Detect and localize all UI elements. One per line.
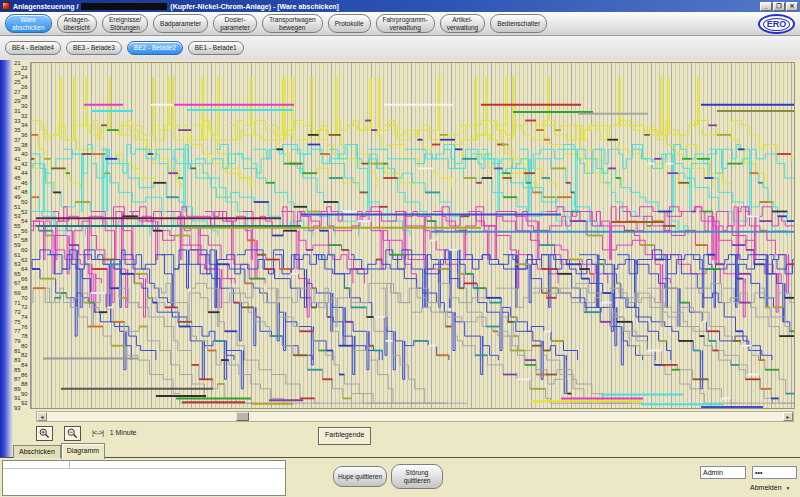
toolbar-button-bedienschalter[interactable]: Bedienschalter <box>490 14 547 33</box>
toolbar-button-dosierparameter[interactable]: Dosier-parameter <box>213 14 257 33</box>
toolbar-button-fahrprogramm[interactable]: Fahrprogramm-verwaltung <box>376 14 435 33</box>
y-tick-33: 33 <box>14 118 21 124</box>
left-accent-bar <box>0 60 13 497</box>
toolbar-button-protokolle[interactable]: Protokolle <box>328 14 371 33</box>
station-tab-be1[interactable]: BE1 - Belade1 <box>188 41 244 55</box>
y-tick-41: 41 <box>14 156 21 162</box>
y-tick-49: 49 <box>14 194 21 200</box>
y-tick-52: 52 <box>21 209 28 215</box>
view-tab-abschicken[interactable]: Abschicken <box>13 445 61 458</box>
y-tick-65: 65 <box>14 271 21 277</box>
restore-icon[interactable]: ❐ <box>773 2 785 11</box>
hupe-quittieren-button[interactable]: Hupe quittieren <box>333 466 387 487</box>
toolbar-button-transportwagen[interactable]: Transportwagenbewegen <box>262 14 323 33</box>
y-tick-76: 76 <box>21 324 28 330</box>
toolbar-buttons: WareabschickenAnlagen-übersichtEreigniss… <box>5 14 547 33</box>
close-icon[interactable]: ✕ <box>786 2 798 11</box>
y-tick-46: 46 <box>21 180 28 186</box>
hoist-diagram-plot[interactable] <box>30 62 795 409</box>
y-tick-86: 86 <box>21 372 28 378</box>
ero-logo-text: ERO <box>763 18 791 31</box>
y-tick-88: 88 <box>21 381 28 387</box>
hupe-quittieren-label: Hupe quittieren <box>338 473 382 481</box>
y-tick-36: 36 <box>21 132 28 138</box>
y-tick-25: 25 <box>14 79 21 85</box>
y-tick-23: 23 <box>14 70 21 76</box>
username-field[interactable] <box>700 466 746 479</box>
toolbar-button-artikel[interactable]: Artikel-verwaltung <box>440 14 485 33</box>
redacted-plant-name <box>81 3 167 10</box>
y-tick-64: 64 <box>21 266 28 272</box>
y-tick-39: 39 <box>14 146 21 152</box>
logout-control[interactable]: Abmelden ▼ <box>750 484 790 491</box>
y-tick-84: 84 <box>21 362 28 368</box>
time-scrollbar[interactable]: ◄ ► <box>36 411 794 422</box>
station-tab-be2[interactable]: BE2 - Belade2 <box>127 41 183 55</box>
color-legend-button[interactable]: Farblegende <box>318 427 371 445</box>
y-tick-31: 31 <box>14 108 21 114</box>
y-tick-92: 92 <box>21 400 28 406</box>
y-tick-29: 29 <box>14 98 21 104</box>
y-tick-47: 47 <box>14 185 21 191</box>
y-tick-80: 80 <box>21 343 28 349</box>
y-tick-68: 68 <box>21 285 28 291</box>
y-tick-30: 30 <box>21 103 28 109</box>
y-tick-22: 22 <box>21 65 28 71</box>
toolbar-button-badparameter[interactable]: Badparameter <box>153 14 208 33</box>
view-tab-diagramm[interactable]: Diagramm <box>61 443 105 459</box>
station-tab-be4[interactable]: BE4 - Belade4 <box>5 41 61 55</box>
y-tick-54: 54 <box>21 218 28 224</box>
toolbar-button-anlagenuebersicht[interactable]: Anlagen-übersicht <box>57 14 97 33</box>
y-tick-42: 42 <box>21 161 28 167</box>
y-tick-38: 38 <box>21 142 28 148</box>
y-tick-27: 27 <box>14 89 21 95</box>
y-tick-77: 77 <box>14 328 21 334</box>
app-icon <box>2 2 10 10</box>
trace-canvas <box>31 63 794 408</box>
zoom-out-icon <box>67 428 78 439</box>
dispatch-list[interactable] <box>2 460 286 496</box>
title-bar: Anlagensteuerung / (Kupfer-Nickel-Chrom-… <box>0 0 800 12</box>
y-tick-78: 78 <box>21 333 28 339</box>
y-tick-43: 43 <box>14 165 21 171</box>
span-icon: |<->| <box>92 429 104 436</box>
y-tick-85: 85 <box>14 367 21 373</box>
y-tick-59: 59 <box>14 242 21 248</box>
y-tick-75: 75 <box>14 319 21 325</box>
stoerung-quittieren-button[interactable]: Störungquittieren <box>391 464 443 489</box>
y-tick-63: 63 <box>14 261 21 267</box>
y-tick-48: 48 <box>21 189 28 195</box>
y-tick-74: 74 <box>21 314 28 320</box>
station-tab-row: BE4 - Belade4BE3 - Belade3BE2 - Belade2B… <box>0 36 800 60</box>
password-field[interactable] <box>752 466 797 479</box>
y-axis-labels: 2122232425262728293031323334353637383940… <box>14 62 30 407</box>
zoom-in-button[interactable] <box>36 426 53 441</box>
scrollbar-thumb[interactable] <box>236 412 249 421</box>
y-tick-70: 70 <box>21 295 28 301</box>
scroll-left-icon[interactable]: ◄ <box>37 412 47 421</box>
y-tick-53: 53 <box>14 213 21 219</box>
y-tick-28: 28 <box>21 94 28 100</box>
y-tick-87: 87 <box>14 376 21 382</box>
minimize-icon[interactable]: _ <box>760 2 772 11</box>
zoom-out-button[interactable] <box>64 426 81 441</box>
y-tick-55: 55 <box>14 223 21 229</box>
y-tick-45: 45 <box>14 175 21 181</box>
y-tick-83: 83 <box>14 357 21 363</box>
dispatch-list-header <box>3 461 285 469</box>
toolbar-button-ware-abschicken[interactable]: Wareabschicken <box>5 14 52 33</box>
y-tick-93: 93 <box>14 405 21 411</box>
y-tick-56: 56 <box>21 228 28 234</box>
toolbar-button-ereignisse[interactable]: Ereignisse/Störungen <box>102 14 148 33</box>
station-tab-be3[interactable]: BE3 - Belade3 <box>66 41 122 55</box>
y-tick-34: 34 <box>21 122 28 128</box>
scroll-right-icon[interactable]: ► <box>783 412 793 421</box>
y-tick-67: 67 <box>14 280 21 286</box>
y-tick-44: 44 <box>21 170 28 176</box>
y-tick-32: 32 <box>21 113 28 119</box>
diagram-page: 2122232425262728293031323334353637383940… <box>0 60 800 497</box>
y-tick-50: 50 <box>21 199 28 205</box>
station-tabs: BE4 - Belade4BE3 - Belade3BE2 - Belade2B… <box>5 41 244 55</box>
y-tick-71: 71 <box>14 300 21 306</box>
y-tick-37: 37 <box>14 137 21 143</box>
